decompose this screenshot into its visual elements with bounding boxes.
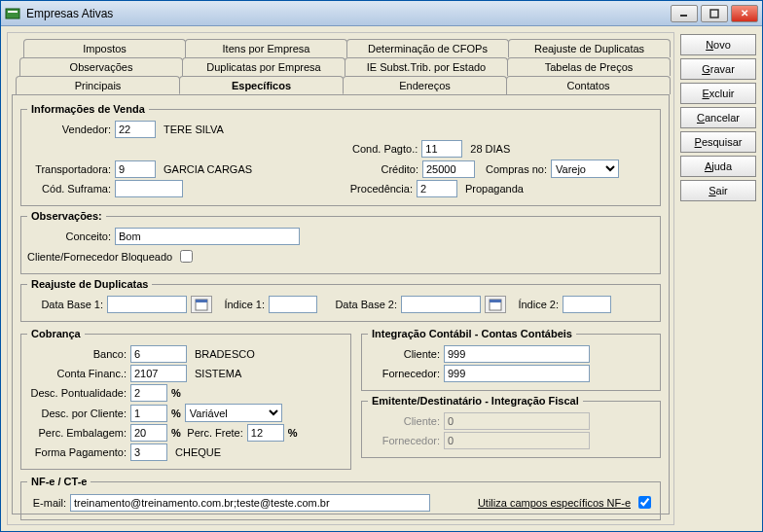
input-conceito[interactable] [115,228,300,245]
label-cod-suframa: Cód. Suframa: [27,183,111,195]
label-credito: Crédito: [323,163,418,175]
tab-enderecos[interactable]: Endereços [343,76,507,94]
input-banco[interactable] [130,345,187,363]
minimize-button[interactable] [671,5,698,22]
pesquisar-button[interactable]: Pesquisar [680,131,756,153]
tab-determinacao-cfops[interactable]: Determinação de CFOPs [346,39,509,57]
input-perc-frete[interactable] [247,424,284,442]
close-button[interactable]: ✕ [731,5,758,22]
calendar-icon[interactable] [485,296,506,313]
pct-sign: % [288,427,298,439]
sidebar: Novo Gravar Excluir Cancelar Pesquisar A… [680,32,756,525]
tab-impostos[interactable]: Impostos [23,39,186,57]
input-procedencia[interactable] [417,180,457,197]
tab-ie-subst-trib[interactable]: IE Subst.Trib. por Estado [345,57,508,76]
titlebar: Empresas Ativas ✕ [1,1,762,26]
group-integracao: Integração Contábil - Contas Contábeis C… [361,328,661,391]
svg-rect-1 [8,11,18,13]
input-credito[interactable] [422,160,475,178]
label-conta: Conta Financ.: [27,368,127,379]
tab-duplicatas-por-empresa[interactable]: Duplicatas por Empresa [182,57,345,76]
input-nfe-email[interactable] [70,494,430,512]
tab-reajuste-duplicatas[interactable]: Reajuste de Duplicatas [508,39,671,57]
input-int-fornecedor[interactable] [444,365,590,382]
input-cod-suframa[interactable] [115,180,183,197]
label-perc-frete: Perc. Frete: [185,427,243,439]
input-indice2[interactable] [563,296,611,313]
input-desc-cliente[interactable] [130,405,167,422]
label-int-cliente: Cliente: [368,348,440,360]
legend-cobranca: Cobrança [27,328,85,339]
desc-conta: SISTEMA [195,368,241,379]
label-desc-cliente: Desc. por Cliente: [27,408,127,419]
label-transportadora: Transportadora: [27,163,111,175]
select-desc-tipo[interactable]: Variável [185,404,282,422]
checkbox-campos-especificos[interactable] [638,496,651,509]
window-title: Empresas Ativas [26,7,668,20]
input-pontualidade[interactable] [130,384,167,402]
label-cond-pagto: Cond. Pagto.: [352,143,418,155]
main-panel: Impostos Itens por Empresa Determinação … [7,32,674,525]
excluir-button[interactable]: Excluir [680,83,756,104]
tab-principais[interactable]: Principais [16,76,180,94]
pct-sign: % [171,427,181,439]
group-cobranca: Cobrança Banco: BRADESCO Conta Financ.: … [20,328,351,470]
label-conceito: Conceito: [27,231,111,242]
svg-rect-7 [490,300,501,302]
input-data1[interactable] [107,296,187,313]
input-conta[interactable] [130,365,187,382]
input-cond-pagto[interactable] [421,140,462,158]
input-indice1[interactable] [269,296,317,313]
select-compras-no[interactable]: Varejo [551,160,619,178]
label-fisc-fornecedor: Fornecedor: [368,435,440,446]
desc-procedencia: Propaganda [465,183,524,195]
desc-cond-pagto: 28 DIAS [470,143,510,155]
label-perc-emb: Perc. Embalagem: [27,427,127,439]
input-data2[interactable] [401,296,481,313]
label-banco: Banco: [27,348,127,360]
svg-rect-0 [6,9,19,18]
label-bloqueado: Cliente/Fornecedor Bloqueado [27,251,172,263]
app-window: Empresas Ativas ✕ Impostos Itens por Emp… [0,0,763,532]
label-procedencia: Procedência: [317,183,413,195]
legend-fiscal: Emitente/Destinatário - Integração Fisca… [368,395,583,407]
link-campos-especificos[interactable]: Utiliza campos específicos NF-e [478,497,631,509]
legend-observacoes: Observações: [27,210,106,222]
tab-especificos[interactable]: Específicos [179,76,344,94]
checkbox-bloqueado[interactable] [180,250,193,263]
legend-venda: Informações de Venda [27,103,149,115]
ajuda-button[interactable]: Ajuda [680,156,756,177]
calendar-icon[interactable] [191,296,212,313]
tab-tabelas-precos[interactable]: Tabelas de Preços [507,57,671,76]
desc-banco: BRADESCO [195,348,255,360]
input-perc-emb[interactable] [130,424,167,442]
input-vendedor[interactable] [115,121,156,138]
tab-itens-por-empresa[interactable]: Itens por Empresa [185,39,347,57]
novo-button[interactable]: Novo [680,34,756,55]
tab-panel-especificos: Informações de Venda Vendedor: TERE SILV… [12,94,670,514]
sair-button[interactable]: Sair [680,180,756,201]
input-transportadora[interactable] [115,160,156,178]
legend-nfe: NF-e / CT-e [27,476,91,487]
desc-transportadora: GARCIA CARGAS [164,163,319,175]
group-nfe: NF-e / CT-e E-mail: Utiliza campos espec… [20,476,661,520]
maximize-button[interactable] [701,5,728,22]
pct-sign: % [171,387,181,399]
legend-reajuste: Reajuste de Duplicatas [27,278,152,290]
input-int-cliente[interactable] [444,345,590,363]
cancelar-button[interactable]: Cancelar [680,107,756,128]
group-reajuste: Reajuste de Duplicatas Data Base 1: Índi… [20,278,661,322]
tab-observacoes[interactable]: Observações [19,57,183,76]
group-observacoes: Observações: Conceito: Cliente/Fornecedo… [20,210,661,274]
label-fisc-cliente: Cliente: [368,415,440,427]
gravar-button[interactable]: Gravar [680,58,756,80]
label-compras-no: Compras no: [479,163,547,175]
desc-forma-pg: CHEQUE [175,446,221,458]
tab-contatos[interactable]: Contatos [506,76,671,94]
input-forma-pg[interactable] [130,443,167,461]
label-forma-pg: Forma Pagamento: [27,446,127,458]
input-fisc-fornecedor [444,432,590,449]
app-icon [5,6,20,21]
label-indice2: Índice 2: [510,299,559,310]
label-indice1: Índice 1: [216,299,265,310]
